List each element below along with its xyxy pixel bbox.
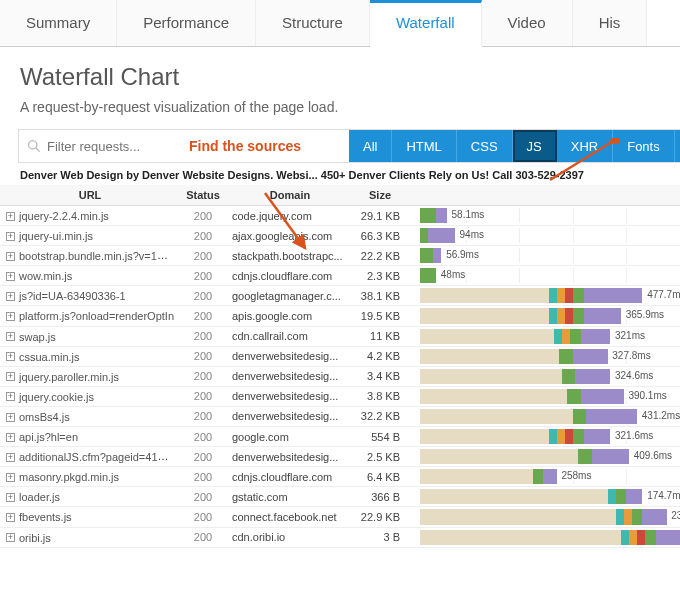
size-cell: 4.2 KB [354, 346, 412, 366]
table-row[interactable]: +loader.js200gstatic.com366 B174.7ms [0, 487, 680, 507]
url-text: jquery.paroller.min.js [19, 371, 119, 383]
status-cell: 200 [180, 206, 226, 226]
domain-cell: ajax.googleapis.com [226, 226, 354, 246]
table-row[interactable]: +cssua.min.js200denverwebsitedesig...4.2… [0, 346, 680, 366]
table-row[interactable]: +jquery-2.2.4.min.js200code.jquery.com29… [0, 206, 680, 226]
expand-icon[interactable]: + [6, 292, 15, 301]
expand-icon[interactable]: + [6, 352, 15, 361]
filter-all[interactable]: All [349, 130, 392, 162]
url-text: js?id=UA-63490336-1 [19, 290, 126, 302]
col-header-status[interactable]: Status [180, 185, 226, 206]
expand-icon[interactable]: + [6, 372, 15, 381]
domain-cell: code.jquery.com [226, 206, 354, 226]
table-row[interactable]: +oribi.js200cdn.oribi.io3 B383.2 [0, 527, 680, 547]
timing-label: 58.1ms [450, 209, 487, 220]
table-row[interactable]: +swap.js200cdn.callrail.com11 KB321ms [0, 326, 680, 346]
status-cell: 200 [180, 427, 226, 447]
col-header-domain[interactable]: Domain [226, 185, 354, 206]
expand-icon[interactable]: + [6, 212, 15, 221]
table-row[interactable]: +omsBs4.js200denverwebsitedesig...32.2 K… [0, 406, 680, 426]
status-cell: 200 [180, 507, 226, 527]
waterfall-cell: 48ms [412, 266, 680, 286]
status-cell: 200 [180, 366, 226, 386]
domain-cell: denverwebsitedesig... [226, 386, 354, 406]
filter-imag[interactable]: Imag [675, 130, 680, 162]
tab-video[interactable]: Video [482, 0, 573, 46]
waterfall-cell: 174.7ms [412, 487, 680, 507]
filter-input[interactable] [47, 139, 167, 154]
filter-fonts[interactable]: Fonts [613, 130, 675, 162]
table-row[interactable]: +api.js?hl=en200google.com554 B321.6ms [0, 427, 680, 447]
expand-icon[interactable]: + [6, 453, 15, 462]
col-header-url[interactable]: URL [0, 185, 180, 206]
size-cell: 2.3 KB [354, 266, 412, 286]
timing-label: 365.9ms [624, 309, 666, 320]
table-row[interactable]: +jquery.cookie.js200denverwebsitedesig..… [0, 386, 680, 406]
expand-icon[interactable]: + [6, 312, 15, 321]
waterfall-cell: 324.6ms [412, 366, 680, 386]
timing-label: 477.7ms [645, 289, 680, 300]
col-header-waterfall [412, 185, 680, 206]
table-row[interactable]: +platform.js?onload=renderOptIn200apis.g… [0, 306, 680, 326]
table-row[interactable]: +jquery.paroller.min.js200denverwebsited… [0, 366, 680, 386]
tab-waterfall[interactable]: Waterfall [370, 0, 482, 47]
domain-cell: google.com [226, 427, 354, 447]
expand-icon[interactable]: + [6, 413, 15, 422]
table-row[interactable]: +fbevents.js200connect.facebook.net22.9 … [0, 507, 680, 527]
size-cell: 554 B [354, 427, 412, 447]
url-text: platform.js?onload=renderOptIn [19, 311, 174, 323]
size-cell: 3.8 KB [354, 386, 412, 406]
filter-css[interactable]: CSS [457, 130, 513, 162]
expand-icon[interactable]: + [6, 533, 15, 542]
url-text: masonry.pkgd.min.js [19, 471, 119, 483]
timing-label: 324.6ms [613, 370, 655, 381]
table-row[interactable]: +wow.min.js200cdnjs.cloudflare.com2.3 KB… [0, 266, 680, 286]
status-cell: 200 [180, 487, 226, 507]
tab-his[interactable]: His [573, 0, 648, 46]
waterfall-cell: 365.9ms [412, 306, 680, 326]
expand-icon[interactable]: + [6, 272, 15, 281]
waterfall-cell: 58.1ms [412, 206, 680, 226]
status-cell: 200 [180, 306, 226, 326]
waterfall-cell: 327.8ms [412, 346, 680, 366]
table-row[interactable]: +masonry.pkgd.min.js200cdnjs.cloudflare.… [0, 467, 680, 487]
expand-icon[interactable]: + [6, 252, 15, 261]
domain-cell: cdn.oribi.io [226, 527, 354, 547]
filter-js[interactable]: JS [513, 130, 557, 162]
col-header-size[interactable]: Size [354, 185, 412, 206]
status-cell: 200 [180, 346, 226, 366]
domain-cell: denverwebsitedesig... [226, 366, 354, 386]
waterfall-cell: 321.6ms [412, 427, 680, 447]
url-text: swap.js [19, 331, 56, 343]
size-cell: 66.3 KB [354, 226, 412, 246]
size-cell: 2.5 KB [354, 447, 412, 467]
expand-icon[interactable]: + [6, 493, 15, 502]
tab-structure[interactable]: Structure [256, 0, 370, 46]
filter-html[interactable]: HTML [392, 130, 456, 162]
table-row[interactable]: +js?id=UA-63490336-1200googletagmanager.… [0, 286, 680, 306]
status-cell: 200 [180, 326, 226, 346]
url-text: bootstrap.bundle.min.js?v=102343 [19, 249, 180, 262]
table-row[interactable]: +jquery-ui.min.js200ajax.googleapis.com6… [0, 226, 680, 246]
expand-icon[interactable]: + [6, 513, 15, 522]
tab-performance[interactable]: Performance [117, 0, 256, 46]
timing-label: 258ms [559, 470, 593, 481]
tab-summary[interactable]: Summary [0, 0, 117, 46]
status-cell: 200 [180, 406, 226, 426]
annotation-find-sources: Find the sources [189, 138, 301, 154]
expand-icon[interactable]: + [6, 392, 15, 401]
expand-icon[interactable]: + [6, 473, 15, 482]
timing-label: 409.6ms [632, 450, 674, 461]
table-row[interactable]: +bootstrap.bundle.min.js?v=102343200stac… [0, 246, 680, 266]
table-row[interactable]: +additionalJS.cfm?pageid=41930...200denv… [0, 447, 680, 467]
url-text: wow.min.js [19, 270, 72, 282]
expand-icon[interactable]: + [6, 232, 15, 241]
filter-xhr[interactable]: XHR [557, 130, 613, 162]
waterfall-cell: 431.2ms [412, 406, 680, 426]
status-cell: 200 [180, 447, 226, 467]
size-cell: 6.4 KB [354, 467, 412, 487]
size-cell: 19.5 KB [354, 306, 412, 326]
expand-icon[interactable]: + [6, 433, 15, 442]
url-text: jquery.cookie.js [19, 391, 94, 403]
expand-icon[interactable]: + [6, 332, 15, 341]
